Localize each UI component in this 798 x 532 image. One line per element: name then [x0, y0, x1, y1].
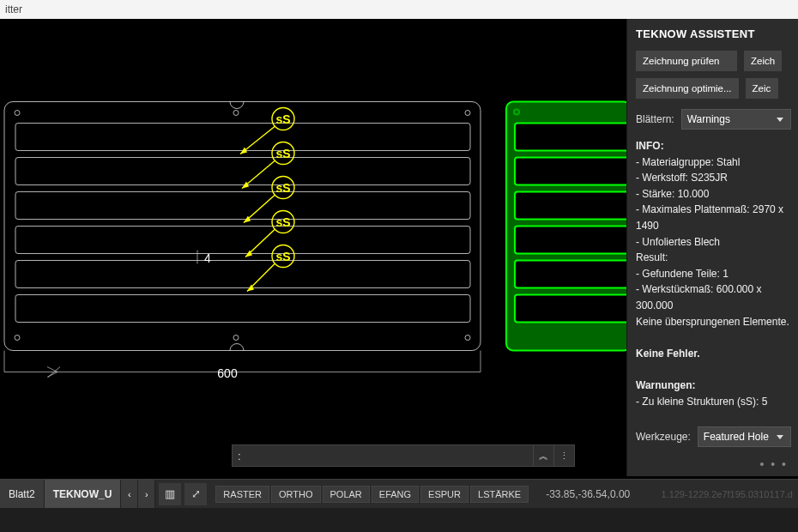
tools-select[interactable]: Featured Hole — [698, 426, 791, 447]
hole-icon — [465, 336, 470, 341]
hole-icon — [15, 336, 20, 341]
nested-slot — [515, 261, 626, 288]
warning-label: sS — [275, 215, 290, 229]
sheet-tab[interactable]: Blatt2 — [0, 480, 45, 508]
slot — [15, 124, 470, 151]
toggle-polar[interactable]: POLAR — [323, 486, 370, 503]
optimize-button-2[interactable]: Zeic — [746, 78, 778, 99]
hole-icon — [233, 111, 239, 116]
canvas[interactable]: 4 600 sS sS sS — [0, 19, 626, 476]
warning-badge: sS — [247, 245, 294, 292]
title-text: itter — [5, 3, 22, 15]
scale-icon[interactable]: ⤢ — [184, 483, 207, 505]
nested-slot — [515, 192, 626, 220]
info-line: - Unfoliertes Blech — [636, 236, 720, 248]
result-heading: Result: — [636, 251, 668, 263]
notch-icon — [230, 344, 244, 351]
dim-gap-text: 4 — [204, 251, 211, 265]
warning-label: sS — [275, 181, 290, 195]
scroll-label: Blättern: — [636, 113, 674, 125]
info-line: - Maximales Plattenmaß: 2970 x 1490 — [636, 203, 783, 232]
hole-icon — [15, 111, 20, 116]
result-line: Keine übersprungenen Elemente. — [636, 316, 789, 328]
slot — [15, 261, 470, 288]
coordinates-readout: -33.85,-36.54,0.00 — [546, 488, 630, 500]
toggle-ortho[interactable]: ORTHO — [271, 486, 321, 503]
toggle-espur[interactable]: ESPUR — [420, 486, 469, 503]
slot — [15, 192, 470, 220]
slot — [15, 295, 470, 323]
optimize-drawing-button[interactable]: Zeichnung optimie... — [636, 78, 739, 99]
check-button-2[interactable]: Zeich — [744, 51, 782, 71]
scroll-select-value: Warnings — [687, 113, 730, 125]
resize-handle-icon[interactable]: • • • — [636, 456, 791, 473]
toggle-lstaerke[interactable]: LSTÄRKE — [470, 486, 529, 503]
workspace: 4 600 sS sS sS — [0, 19, 798, 476]
command-menu-button[interactable]: ⋮ — [553, 445, 574, 466]
info-line: - Werkstoff: S235JR — [636, 172, 728, 184]
sheet-tab[interactable]: TEKNOW_U — [45, 480, 122, 508]
assistant-panel: TEKNOW ASSISTENT Zeichnung prüfen Zeich … — [626, 19, 798, 476]
drawing-svg: 4 600 sS sS sS — [0, 19, 626, 476]
slot — [15, 158, 470, 185]
tools-select-value: Featured Hole — [704, 431, 769, 443]
tools-row: Werkzeuge: Featured Hole — [636, 426, 791, 447]
nested-slot — [515, 158, 626, 185]
tools-label: Werkzeuge: — [636, 431, 691, 443]
toggle-efang[interactable]: EFANG — [372, 486, 419, 503]
assistant-title: TEKNOW ASSISTENT — [636, 27, 791, 40]
nested-slot — [515, 295, 626, 323]
build-info: 1.129-1229.2e7f195.0310117.d — [661, 489, 793, 499]
tab-prev-button[interactable]: ‹ — [121, 480, 138, 508]
hole-icon — [465, 111, 470, 116]
nested-slot — [515, 124, 626, 151]
layout-icon[interactable]: ▥ — [159, 483, 181, 505]
scroll-row: Blättern: Warnings — [636, 109, 791, 130]
scroll-select[interactable]: Warnings — [681, 109, 791, 130]
assistant-buttons: Zeichnung prüfen Zeich Zeichnung optimie… — [636, 51, 791, 99]
dim-width-text: 600 — [217, 366, 238, 380]
warning-label: sS — [275, 250, 290, 263]
info-line: - Materialgruppe: Stahl — [636, 156, 740, 168]
warnings-heading: Warnungen: — [636, 379, 696, 391]
warning-line: - Zu kleine Strukturen (sS): 5 — [636, 396, 767, 408]
check-drawing-button[interactable]: Zeichnung prüfen — [636, 51, 737, 71]
hole-icon — [233, 336, 239, 341]
sheet-tabs: Blatt2 TEKNOW_U ‹ › — [0, 480, 155, 508]
slot — [15, 227, 470, 254]
status-bar: Blatt2 TEKNOW_U ‹ › ▥ ⤢ RASTER ORTHO POL… — [0, 479, 798, 508]
command-history-button[interactable]: ︽ — [533, 445, 553, 466]
drafting-toggles: RASTER ORTHO POLAR EFANG ESPUR LSTÄRKE — [215, 486, 529, 503]
info-line: - Stärke: 10.000 — [636, 188, 709, 200]
info-block: INFO: - Materialgruppe: Stahl - Werkstof… — [636, 138, 791, 409]
command-bar: : ︽ ⋮ — [232, 444, 575, 467]
command-input[interactable] — [246, 450, 533, 462]
tab-next-button[interactable]: › — [138, 480, 155, 508]
result-line: - Werkstückmaß: 600.000 x 300.000 — [636, 283, 762, 311]
info-heading: INFO: — [636, 140, 664, 152]
command-prompt: : — [233, 450, 246, 462]
bottom-gutter — [0, 508, 798, 532]
title-bar: itter — [0, 0, 798, 19]
warning-label: sS — [275, 112, 290, 126]
nested-slot — [515, 227, 626, 254]
toggle-raster[interactable]: RASTER — [215, 486, 269, 503]
notch-icon — [230, 102, 244, 109]
result-line: - Gefundene Teile: 1 — [636, 268, 728, 280]
errors-text: Keine Fehler. — [636, 348, 700, 360]
warning-label: sS — [275, 147, 290, 160]
